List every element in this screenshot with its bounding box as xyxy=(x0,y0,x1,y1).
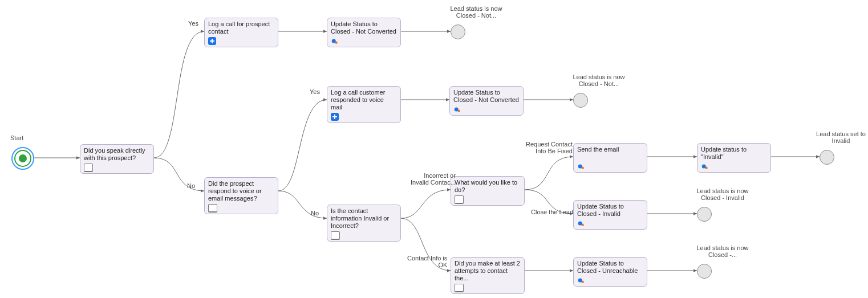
start-node[interactable] xyxy=(11,147,34,170)
end-label-4: Lead status is now Closed - Invalid xyxy=(691,187,754,201)
gear-icon xyxy=(577,162,585,170)
svg-point-9 xyxy=(581,223,583,226)
screen-icon xyxy=(208,204,217,213)
node-title: Is the contact information Invalid or In… xyxy=(331,207,397,230)
action-log-call-2[interactable]: Log a call customer responded to voice m… xyxy=(327,86,401,123)
end-node-3[interactable] xyxy=(820,150,834,165)
screen-icon xyxy=(84,164,93,172)
end-label-1: Lead status is now Closed - Not... xyxy=(445,5,508,19)
edge-label-yes-2: Yes xyxy=(310,88,320,95)
node-title: Update Status to Closed - Invalid xyxy=(577,203,643,218)
gear-icon xyxy=(331,37,339,45)
decision-what[interactable]: What would you like to do? xyxy=(451,176,525,206)
node-title: Did the prospect respond to voice or ema… xyxy=(208,180,274,202)
gear-icon xyxy=(701,162,709,170)
gear-icon xyxy=(577,276,585,284)
gear-icon xyxy=(453,105,461,113)
edge-label-no-2: No xyxy=(311,210,319,217)
decision-speak[interactable]: Did you speak directly with this prospec… xyxy=(80,144,154,174)
flow-canvas[interactable]: Start Did you speak directly with this p… xyxy=(0,0,868,298)
start-label: Start xyxy=(10,134,23,141)
end-node-2[interactable] xyxy=(573,93,588,108)
action-send-email[interactable]: Send the email xyxy=(573,143,647,173)
node-title: Did you make at least 2 attempts to cont… xyxy=(455,260,521,282)
decision-attempts[interactable]: Did you make at least 2 attempts to cont… xyxy=(451,257,525,294)
node-title: Update Status to Closed - Unreachable xyxy=(577,260,643,275)
decision-respond[interactable]: Did the prospect respond to voice or ema… xyxy=(204,177,278,214)
end-node-1[interactable] xyxy=(451,25,465,39)
action-update-invalid[interactable]: Update status to "Invalid" xyxy=(697,143,771,173)
node-title: Update Status to Closed - Not Converted xyxy=(453,89,520,104)
svg-point-7 xyxy=(705,166,707,169)
end-label-3: Lead status set to Invalid xyxy=(814,130,868,144)
node-title: Did you speak directly with this prospec… xyxy=(84,147,150,162)
action-update-2[interactable]: Update Status to Closed - Not Converted xyxy=(449,86,524,116)
node-title: Update Status to Closed - Not Converted xyxy=(331,21,397,35)
node-title: Log a call for prospect contact xyxy=(208,21,274,35)
action-log-call-1[interactable]: Log a call for prospect contact xyxy=(204,18,278,47)
node-title: Update status to "Invalid" xyxy=(701,146,767,161)
action-update-unreachable[interactable]: Update Status to Closed - Unreachable xyxy=(573,257,647,287)
svg-point-1 xyxy=(335,41,337,43)
node-title: Log a call customer responded to voice m… xyxy=(331,89,397,111)
end-label-2: Lead status is now Closed - Not... xyxy=(567,74,630,87)
start-dot-icon xyxy=(19,154,27,162)
edge-label-incorrect: Incorrect or Invalid Contac... xyxy=(411,172,456,186)
start-ring-icon xyxy=(14,150,31,167)
end-node-5[interactable] xyxy=(697,264,712,279)
edge-label-request-fix: Request Contact Info Be Fixed xyxy=(526,141,573,154)
screen-icon xyxy=(455,195,464,204)
plus-icon xyxy=(208,37,216,45)
screen-icon xyxy=(455,284,464,292)
edge-label-yes-1: Yes xyxy=(188,20,198,27)
svg-point-5 xyxy=(581,166,583,169)
node-title: What would you like to do? xyxy=(455,179,521,194)
plus-icon xyxy=(331,113,339,121)
edge-label-no-1: No xyxy=(187,182,195,189)
svg-point-11 xyxy=(581,280,583,283)
screen-icon xyxy=(331,231,340,240)
end-node-4[interactable] xyxy=(697,207,712,222)
edge-label-contact-ok: Contact Info is OK xyxy=(407,255,447,268)
node-title: Send the email xyxy=(577,146,643,161)
end-label-5: Lead status is now Closed -... xyxy=(691,244,754,258)
edge-label-close-lead: Close the Lead xyxy=(531,209,573,215)
action-update-1[interactable]: Update Status to Closed - Not Converted xyxy=(327,18,401,47)
decision-invalid[interactable]: Is the contact information Invalid or In… xyxy=(327,205,401,242)
svg-point-3 xyxy=(457,109,460,112)
gear-icon xyxy=(577,219,585,227)
action-update-closed-invalid[interactable]: Update Status to Closed - Invalid xyxy=(573,200,647,230)
